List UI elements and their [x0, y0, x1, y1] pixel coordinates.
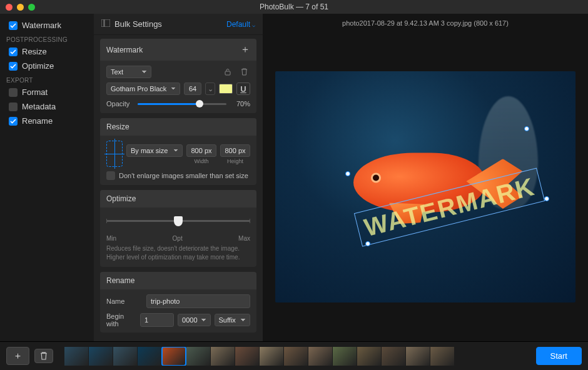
digits-select[interactable]: 0000: [178, 314, 211, 326]
window-title: PhotoBulk — 7 of 51: [0, 2, 588, 11]
name-input[interactable]: [146, 294, 250, 308]
resize-mode-select[interactable]: By max size: [126, 144, 183, 157]
checkbox-icon[interactable]: [9, 102, 18, 111]
sidebar-item-label: Metadata: [22, 102, 56, 111]
color-swatch[interactable]: [219, 84, 233, 94]
panel-title: Resize: [106, 122, 129, 131]
thumbnail[interactable]: [260, 347, 283, 366]
thumbnail[interactable]: [430, 347, 454, 366]
sidebar-item-format[interactable]: Format: [0, 85, 94, 99]
thumbnail[interactable]: [162, 347, 186, 366]
resize-panel: Resize By max size 800 pxWidth 800 pxHei…: [100, 118, 256, 185]
begin-with-input[interactable]: [140, 313, 174, 327]
chevron-down-icon[interactable]: ⌄: [205, 82, 215, 95]
watermark-type-select[interactable]: Text: [106, 66, 151, 78]
thumbnail[interactable]: [211, 347, 235, 366]
sidebar-item-label: Watermark: [22, 21, 61, 30]
name-label: Name: [106, 298, 143, 305]
height-label: Height: [220, 158, 250, 164]
thumbnail[interactable]: [138, 347, 161, 366]
trash-icon[interactable]: [238, 66, 250, 78]
preset-dropdown[interactable]: Default⌵: [226, 20, 255, 29]
optimize-panel: Optimize MinOptMax Reduces file size, do…: [100, 190, 256, 267]
panel-title: Rename: [106, 276, 134, 285]
sidebar-item-label: Format: [22, 88, 48, 97]
font-select[interactable]: Gotham Pro Black: [106, 82, 180, 95]
sidebar-group-header: EXPORT: [0, 73, 94, 85]
settings-column: Bulk Settings Default⌵ Watermark＋ Text G…: [94, 14, 263, 341]
checkbox-icon[interactable]: [9, 88, 18, 97]
thumbnail[interactable]: [235, 347, 259, 366]
thumbnail[interactable]: [357, 347, 381, 366]
thumbnail[interactable]: [113, 347, 137, 366]
sidebar: Watermark POSTPROCESSINGResizeOptimizeEX…: [0, 14, 94, 341]
sidebar-item-watermark[interactable]: Watermark: [0, 18, 94, 32]
thumbnail-strip: [64, 347, 525, 366]
underline-button[interactable]: U: [236, 82, 250, 95]
thumbnail[interactable]: [64, 347, 88, 366]
thumbnail[interactable]: [186, 347, 210, 366]
delete-image-button[interactable]: [34, 349, 53, 363]
layout-icon: [101, 19, 110, 29]
sidebar-item-label: Optimize: [22, 61, 54, 71]
begin-with-label: Begin with: [106, 312, 136, 328]
thumbnail[interactable]: [284, 347, 308, 366]
svg-rect-0: [101, 19, 104, 27]
rename-panel: Rename Name Begin with 0000 Suffix: [100, 272, 256, 332]
checkbox-icon[interactable]: [9, 48, 18, 56]
thumbnail[interactable]: [333, 347, 357, 366]
opacity-value: 70%: [230, 100, 250, 108]
opacity-slider[interactable]: [138, 99, 226, 108]
bottom-bar: ＋ Start: [0, 341, 588, 370]
svg-rect-2: [225, 71, 230, 75]
dont-enlarge-checkbox[interactable]: [106, 171, 115, 180]
settings-header: Bulk Settings: [114, 19, 226, 29]
thumbnail[interactable]: [89, 347, 113, 366]
sidebar-item-rename[interactable]: Rename: [0, 114, 94, 128]
sidebar-item-metadata[interactable]: Metadata: [0, 99, 94, 114]
thumbnail[interactable]: [308, 347, 332, 366]
sidebar-item-optimize[interactable]: Optimize: [0, 59, 94, 73]
add-images-button[interactable]: ＋: [6, 347, 29, 365]
watermark-panel: Watermark＋ Text Gotham Pro Black 64 ⌄ U: [100, 39, 256, 113]
thumbnail[interactable]: [406, 347, 430, 366]
unlock-icon[interactable]: [221, 66, 234, 78]
height-input[interactable]: 800 px: [220, 144, 250, 157]
add-watermark-button[interactable]: ＋: [240, 43, 250, 56]
start-button[interactable]: Start: [536, 347, 582, 365]
sidebar-item-label: Rename: [22, 116, 53, 126]
checkbox-icon[interactable]: [9, 62, 18, 71]
preview-image[interactable]: WATERMARK: [275, 71, 575, 302]
panel-title: Optimize: [106, 194, 136, 203]
sidebar-group-header: POSTPROCESSING: [0, 32, 94, 44]
position-select[interactable]: Suffix: [215, 314, 250, 326]
optimize-help: Reduces file size, doesn't deteriorate t…: [106, 244, 250, 262]
optimize-slider[interactable]: [106, 215, 250, 232]
sidebar-item-label: Resize: [22, 47, 47, 56]
font-size-input[interactable]: 64: [184, 82, 201, 95]
resize-mode-icon[interactable]: [106, 141, 123, 167]
opacity-label: Opacity: [106, 100, 134, 108]
preview-filename: photo2017-08-29 at 9.42.13 AM 3 copy.jpg…: [263, 14, 588, 32]
titlebar: PhotoBulk — 7 of 51: [0, 0, 588, 14]
sidebar-item-resize[interactable]: Resize: [0, 44, 94, 59]
preview-area: photo2017-08-29 at 9.42.13 AM 3 copy.jpg…: [263, 14, 588, 341]
thumbnail[interactable]: [382, 347, 405, 366]
width-label: Width: [186, 158, 216, 164]
width-input[interactable]: 800 px: [186, 144, 216, 157]
panel-title: Watermark: [106, 46, 143, 54]
svg-rect-1: [104, 19, 110, 27]
checkbox-icon[interactable]: [9, 21, 18, 30]
dont-enlarge-label: Don't enlarge images smaller than set si…: [119, 172, 248, 179]
checkbox-icon[interactable]: [9, 117, 18, 126]
